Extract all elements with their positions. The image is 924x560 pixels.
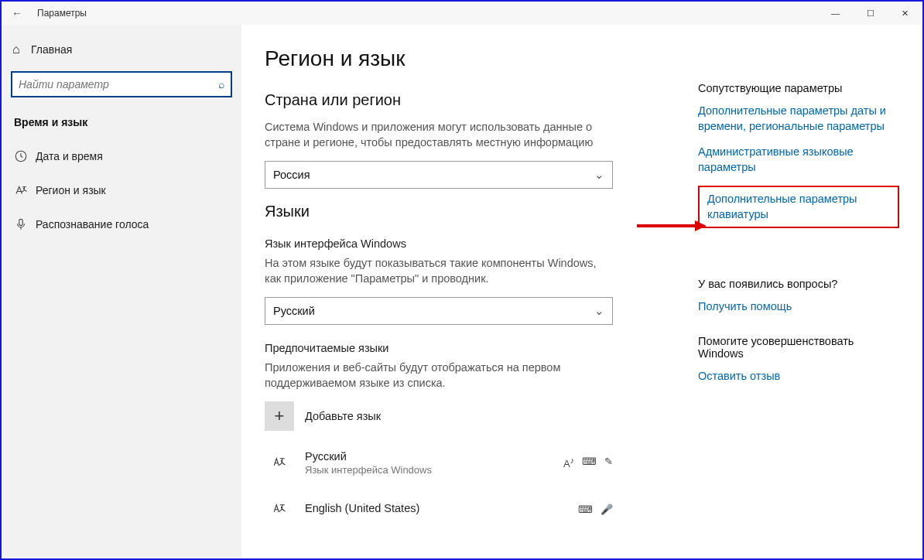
aside-panel: Сопутствующие параметры Дополнительные п… [698, 46, 899, 558]
svg-rect-1 [19, 219, 23, 225]
add-language-button[interactable]: + Добавьте язык [265, 401, 698, 431]
link-administrative-language[interactable]: Административные языковые параметры [698, 145, 899, 175]
language-action-icons: A♪ ⌨ ✎ [563, 456, 613, 470]
home-icon: ⌂ [12, 43, 31, 56]
sidebar-item-date-time[interactable]: Дата и время [6, 139, 237, 173]
section-languages-heading: Языки [265, 203, 698, 220]
language-name: Русский [305, 450, 563, 463]
related-settings-heading: Сопутствующие параметры [698, 82, 899, 94]
country-select[interactable]: Россия ⌄ [265, 161, 613, 189]
section-region-heading: Страна или регион [265, 91, 698, 109]
close-button[interactable]: ✕ [888, 2, 922, 25]
sidebar-group-title: Время и язык [6, 110, 237, 139]
microphone-icon [14, 217, 36, 231]
ui-language-desc: На этом языке будут показываться такие к… [265, 256, 613, 286]
clock-icon [14, 149, 36, 163]
link-feedback[interactable]: Оставить отзыв [698, 369, 899, 384]
preferred-languages-label: Предпочитаемые языки [265, 342, 698, 354]
language-glyph-icon [265, 448, 294, 477]
questions-heading: У вас появились вопросы? [698, 278, 899, 290]
minimize-button[interactable]: — [818, 2, 853, 25]
improve-heading: Помогите усовершенствовать Windows [698, 335, 899, 360]
language-entry-russian[interactable]: Русский Язык интерфейса Windows A♪ ⌨ ✎ [265, 448, 613, 477]
sidebar-item-label: Распознавание голоса [36, 218, 149, 230]
window-controls: — ☐ ✕ [818, 2, 922, 25]
sidebar-item-speech[interactable]: Распознавание голоса [6, 207, 237, 241]
page-title: Регион и язык [265, 46, 698, 71]
window-title: Параметры [37, 8, 818, 19]
speech-icon: 🎤 [601, 504, 613, 515]
language-glyph-icon [265, 494, 294, 524]
sidebar-item-label: Регион и язык [36, 184, 106, 196]
section-region-desc: Система Windows и приложения могут испол… [265, 120, 613, 150]
chevron-down-icon: ⌄ [594, 169, 604, 181]
plus-icon: + [265, 401, 294, 431]
sidebar-home[interactable]: ⌂ Главная [6, 32, 237, 67]
language-subtitle: Язык интерфейса Windows [305, 464, 563, 476]
language-icon [14, 183, 36, 197]
chevron-down-icon: ⌄ [594, 305, 604, 317]
keyboard-icon: ⌨ [582, 456, 597, 470]
sidebar-item-label: Дата и время [36, 150, 103, 162]
sidebar: ⌂ Главная ⌕ Время и язык Дата и время Ре… [2, 25, 241, 558]
ui-language-select-value: Русский [273, 305, 315, 317]
link-additional-keyboard[interactable]: Дополнительные параметры клавиатуры [698, 186, 899, 228]
text-to-speech-icon: A♪ [563, 456, 574, 470]
titlebar: ← Параметры — ☐ ✕ [2, 2, 922, 25]
preferred-languages-desc: Приложения и веб-сайты будут отображатьс… [265, 360, 613, 391]
language-name: English (United States) [305, 502, 578, 514]
link-get-help[interactable]: Получить помощь [698, 299, 899, 315]
handwriting-icon: ✎ [604, 456, 613, 470]
keyboard-icon: ⌨ [578, 504, 593, 515]
country-select-value: Россия [273, 169, 310, 181]
search-box[interactable]: ⌕ [11, 71, 232, 97]
language-entry-english[interactable]: English (United States) ⌨ 🎤 [265, 494, 613, 524]
link-additional-date-region[interactable]: Дополнительные параметры даты и времени,… [698, 104, 899, 134]
search-icon: ⌕ [218, 78, 224, 90]
home-label: Главная [31, 43, 72, 56]
main-content: Регион и язык Страна или регион Система … [265, 46, 698, 558]
add-language-label: Добавьте язык [305, 410, 381, 422]
back-button[interactable]: ← [6, 7, 28, 19]
language-action-icons: ⌨ 🎤 [578, 504, 613, 515]
search-input[interactable] [19, 78, 218, 90]
ui-language-select[interactable]: Русский ⌄ [265, 297, 613, 325]
sidebar-item-region-language[interactable]: Регион и язык [6, 173, 237, 207]
maximize-button[interactable]: ☐ [853, 2, 888, 25]
ui-language-label: Язык интерфейса Windows [265, 237, 698, 250]
